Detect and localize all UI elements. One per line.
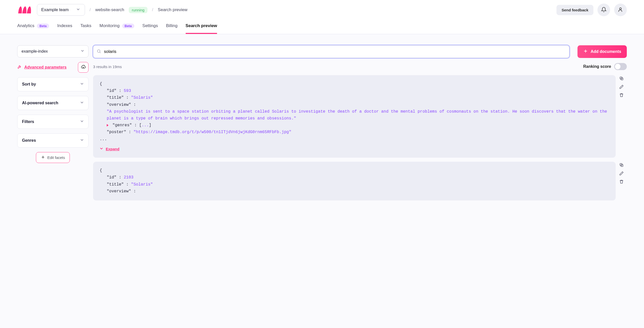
top-header: Example team / website-search running / … (0, 0, 644, 34)
chevron-down-icon (100, 146, 103, 152)
chevron-down-icon (81, 49, 84, 54)
index-name: example-index (22, 49, 48, 54)
delete-button[interactable] (619, 179, 627, 185)
send-feedback-button[interactable]: Send feedback (556, 5, 593, 15)
header-right: Send feedback (556, 4, 627, 16)
result-card: { "id" : 593 "title" : "Solaris" "overvi… (93, 75, 616, 158)
status-badge: running (129, 7, 147, 13)
beta-pill: Beta (37, 24, 49, 28)
chevron-down-icon (76, 7, 80, 12)
team-name: Example team (41, 7, 69, 12)
panel-ai-search[interactable]: AI-powered search (17, 96, 89, 110)
ranking-label: Ranking score (583, 64, 611, 69)
tab-analytics[interactable]: Analytics Beta (17, 23, 49, 34)
result-actions (619, 162, 627, 200)
tab-settings[interactable]: Settings (142, 23, 158, 34)
edit-button[interactable] (619, 171, 627, 176)
content: Add documents 3 results in 19ms Ranking … (93, 45, 627, 204)
chevron-down-icon (80, 119, 84, 124)
copy-button[interactable] (619, 76, 627, 81)
svg-point-1 (97, 50, 100, 53)
search-row: Add documents (93, 45, 627, 58)
result-overview: "A psychologist is sent to a space stati… (107, 109, 607, 121)
caret-right-icon[interactable] (107, 124, 109, 127)
search-input[interactable] (93, 45, 569, 58)
breadcrumb-sep: / (90, 7, 91, 12)
panel-sort-by[interactable]: Sort by (17, 77, 89, 91)
result-poster: "https://image.tmdb.org/t/p/w500/tn1ITjd… (134, 130, 291, 134)
wrench-icon (17, 65, 22, 70)
svg-point-0 (619, 8, 621, 9)
result-title: "Solaris" (131, 95, 153, 100)
tab-search-preview[interactable]: Search preview (186, 23, 217, 34)
ranking-toggle-wrap: Ranking score (583, 63, 627, 70)
breadcrumb-sep: / (152, 7, 153, 12)
copy-button[interactable] (619, 163, 627, 168)
export-button[interactable] (78, 62, 89, 73)
index-select[interactable]: example-index (17, 45, 89, 57)
tab-indexes[interactable]: Indexes (57, 23, 72, 34)
ranking-toggle[interactable] (614, 63, 627, 70)
account-button[interactable] (614, 4, 627, 16)
logo[interactable] (17, 5, 32, 14)
result-actions (619, 75, 627, 158)
plus-icon (583, 49, 588, 55)
edit-facets-button[interactable]: Edit facets (36, 152, 70, 163)
result-row: { "id" : 593 "title" : "Solaris" "overvi… (93, 75, 627, 158)
team-select[interactable]: Example team (37, 4, 85, 16)
cloud-download-icon (81, 65, 86, 70)
search-wrap (93, 45, 569, 58)
delete-button[interactable] (619, 93, 627, 98)
sidebar: example-index Advanced parameters Sort b… (17, 45, 89, 163)
advanced-parameters-link[interactable]: Advanced parameters (17, 65, 67, 70)
result-row: { "id" : 2103 "title" : "Solaris" "overv… (93, 162, 627, 200)
result-id: 2103 (124, 175, 133, 180)
result-title: "Solaris" (131, 182, 153, 187)
search-icon (97, 49, 101, 54)
expand-button[interactable]: Expand (100, 146, 609, 152)
panel-genres[interactable]: Genres (17, 133, 89, 148)
tabs: Analytics Beta Indexes Tasks Monitoring … (17, 23, 627, 34)
add-documents-button[interactable]: Add documents (577, 45, 627, 58)
breadcrumb-page: Search preview (158, 7, 187, 12)
result-id: 593 (124, 89, 131, 93)
tab-monitoring[interactable]: Monitoring Beta (99, 23, 134, 34)
panel-filters[interactable]: Filters (17, 115, 89, 129)
results-count: 3 results in 19ms (93, 65, 122, 69)
header-row: Example team / website-search running / … (17, 4, 627, 16)
tab-tasks[interactable]: Tasks (80, 23, 91, 34)
plus-icon (41, 155, 45, 160)
meta-row: 3 results in 19ms Ranking score (93, 63, 627, 70)
user-icon (618, 7, 623, 13)
beta-pill: Beta (122, 24, 134, 28)
result-card: { "id" : 2103 "title" : "Solaris" "overv… (93, 162, 616, 200)
main: example-index Advanced parameters Sort b… (0, 34, 644, 216)
chevron-down-icon (80, 82, 84, 87)
notifications-button[interactable] (597, 4, 610, 16)
advanced-row: Advanced parameters (17, 62, 89, 73)
bell-icon (601, 7, 607, 13)
tab-billing[interactable]: Billing (166, 23, 177, 34)
edit-button[interactable] (619, 85, 627, 90)
breadcrumb: / website-search running / Search previe… (90, 7, 187, 13)
chevron-down-icon (80, 138, 84, 143)
chevron-down-icon (80, 101, 84, 105)
breadcrumb-project[interactable]: website-search (95, 7, 124, 12)
